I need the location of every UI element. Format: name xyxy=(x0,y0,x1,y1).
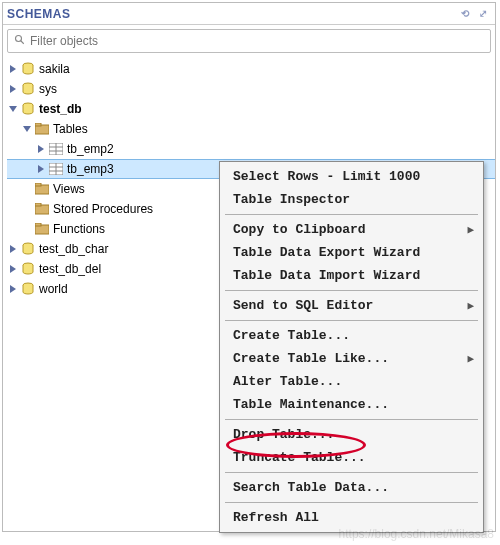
menu-search-table-data[interactable]: Search Table Data... xyxy=(223,476,480,499)
svg-marker-16 xyxy=(38,165,44,173)
tree-label: world xyxy=(37,282,68,296)
menu-refresh-all[interactable]: Refresh All xyxy=(223,506,480,529)
tree-label: Tables xyxy=(51,122,88,136)
tree-label: tb_emp3 xyxy=(65,162,114,176)
database-icon xyxy=(19,102,37,116)
menu-table-inspector[interactable]: Table Inspector xyxy=(223,188,480,211)
filter-input[interactable] xyxy=(28,33,486,49)
db-test-db[interactable]: test_db xyxy=(7,99,495,119)
panel-title-bar: SCHEMAS ⟲ ⤢ xyxy=(3,3,495,25)
watermark: https://blog.csdn.net/Mikasa8 xyxy=(339,527,494,541)
tree-label: sys xyxy=(37,82,57,96)
panel-refresh-icon[interactable]: ⟲ xyxy=(457,6,473,22)
svg-marker-6 xyxy=(9,106,17,112)
menu-select-rows[interactable]: Select Rows - Limit 1000 xyxy=(223,165,480,188)
svg-marker-31 xyxy=(10,285,16,293)
menu-copy-clipboard[interactable]: Copy to Clipboard▶ xyxy=(223,218,480,241)
svg-marker-27 xyxy=(10,245,16,253)
folder-icon xyxy=(33,223,51,235)
database-icon xyxy=(19,62,37,76)
svg-marker-4 xyxy=(10,85,16,93)
table-icon xyxy=(47,143,65,155)
folder-tables[interactable]: Tables xyxy=(7,119,495,139)
table-icon xyxy=(47,163,65,175)
menu-truncate-table[interactable]: Truncate Table... xyxy=(223,446,480,469)
expand-icon[interactable] xyxy=(7,285,19,293)
expand-icon[interactable] xyxy=(35,165,47,173)
svg-rect-10 xyxy=(35,123,41,126)
svg-rect-24 xyxy=(35,203,41,206)
menu-alter-table[interactable]: Alter Table... xyxy=(223,370,480,393)
svg-marker-8 xyxy=(23,126,31,132)
menu-separator xyxy=(225,214,478,215)
table-context-menu: Select Rows - Limit 1000 Table Inspector… xyxy=(219,161,484,533)
menu-separator xyxy=(225,472,478,473)
svg-line-1 xyxy=(21,40,24,43)
menu-separator xyxy=(225,419,478,420)
table-tb-emp2[interactable]: tb_emp2 xyxy=(7,139,495,159)
menu-import-wizard[interactable]: Table Data Import Wizard xyxy=(223,264,480,287)
folder-icon xyxy=(33,183,51,195)
tree-label: test_db_del xyxy=(37,262,101,276)
menu-send-sql[interactable]: Send to SQL Editor▶ xyxy=(223,294,480,317)
svg-rect-22 xyxy=(35,183,41,186)
menu-separator xyxy=(225,502,478,503)
tree-label: sakila xyxy=(37,62,70,76)
submenu-arrow-icon: ▶ xyxy=(467,352,474,365)
tree-label: test_db xyxy=(37,102,82,116)
tree-label: test_db_char xyxy=(37,242,108,256)
menu-separator xyxy=(225,290,478,291)
menu-create-table-like[interactable]: Create Table Like...▶ xyxy=(223,347,480,370)
search-icon xyxy=(12,34,28,49)
tree-label: Stored Procedures xyxy=(51,202,153,216)
expand-icon[interactable] xyxy=(7,85,19,93)
folder-icon xyxy=(33,203,51,215)
expand-icon[interactable] xyxy=(7,65,19,73)
expand-icon[interactable] xyxy=(35,145,47,153)
menu-separator xyxy=(225,320,478,321)
collapse-icon[interactable] xyxy=(7,105,19,113)
database-icon xyxy=(19,82,37,96)
panel-title: SCHEMAS xyxy=(7,7,71,21)
folder-icon xyxy=(33,123,51,135)
submenu-arrow-icon: ▶ xyxy=(467,223,474,236)
menu-drop-table[interactable]: Drop Table... xyxy=(223,423,480,446)
database-icon xyxy=(19,242,37,256)
menu-table-maintenance[interactable]: Table Maintenance... xyxy=(223,393,480,416)
tree-label: Functions xyxy=(51,222,105,236)
svg-marker-29 xyxy=(10,265,16,273)
submenu-arrow-icon: ▶ xyxy=(467,299,474,312)
collapse-icon[interactable] xyxy=(21,125,33,133)
expand-icon[interactable] xyxy=(7,265,19,273)
tree-label: tb_emp2 xyxy=(65,142,114,156)
database-icon xyxy=(19,282,37,296)
tree-label: Views xyxy=(51,182,85,196)
filter-row xyxy=(7,29,491,53)
db-sys[interactable]: sys xyxy=(7,79,495,99)
menu-export-wizard[interactable]: Table Data Export Wizard xyxy=(223,241,480,264)
db-sakila[interactable]: sakila xyxy=(7,59,495,79)
svg-rect-26 xyxy=(35,223,41,226)
svg-marker-11 xyxy=(38,145,44,153)
menu-create-table[interactable]: Create Table... xyxy=(223,324,480,347)
panel-expand-icon[interactable]: ⤢ xyxy=(475,6,491,22)
schemas-panel: SCHEMAS ⟲ ⤢ sakila sys test_db T xyxy=(2,2,496,532)
database-icon xyxy=(19,262,37,276)
svg-marker-2 xyxy=(10,65,16,73)
expand-icon[interactable] xyxy=(7,245,19,253)
svg-point-0 xyxy=(16,35,22,41)
